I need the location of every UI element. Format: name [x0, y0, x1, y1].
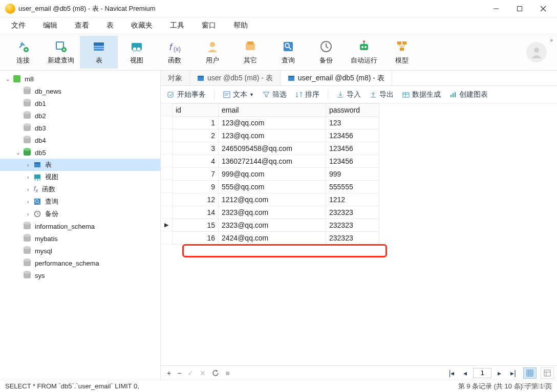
toolbar-table[interactable]: 表 [80, 36, 118, 69]
table-row[interactable]: 162424@qq.com232323 [173, 232, 379, 245]
table-row[interactable]: 32465095458@qq.com123456 [173, 142, 379, 155]
toolbar-model[interactable]: 模型 [383, 36, 421, 69]
cell-password[interactable]: 232323 [326, 219, 379, 232]
refresh-button[interactable] [209, 368, 222, 378]
cell-id[interactable]: 9 [173, 181, 219, 193]
page-number-input[interactable] [473, 368, 491, 378]
table-row[interactable]: 9555@qq.com555555 [173, 181, 379, 193]
cell-password[interactable]: 232323 [326, 206, 379, 219]
cell-id[interactable]: 1 [173, 117, 219, 129]
cell-email[interactable]: 2323@qq.com [219, 206, 326, 219]
cell-email[interactable]: 2424@qq.com [219, 232, 326, 245]
tree-item-db2[interactable]: db2 [0, 110, 160, 122]
cell-id[interactable]: 4 [173, 155, 219, 168]
cell-password[interactable]: 555555 [326, 181, 379, 193]
row-gutter[interactable] [161, 231, 172, 244]
table-row[interactable]: 142323@qq.com232323 [173, 206, 379, 219]
cell-email[interactable]: 1360272144@qq.com [219, 155, 326, 168]
cell-email[interactable]: 1212@qq.com [219, 193, 326, 206]
grid-view-button[interactable] [523, 367, 537, 379]
column-header-password[interactable]: password [326, 104, 379, 117]
table-row[interactable]: 41360272144@qq.com123456 [173, 155, 379, 168]
tab-2[interactable]: user_email @db5 (m8) - 表 [281, 71, 392, 85]
menu-2[interactable]: 查看 [68, 19, 96, 32]
cell-password[interactable]: 123456 [326, 129, 379, 142]
menu-6[interactable]: 窗口 [195, 19, 223, 32]
first-page-button[interactable]: |◂ [446, 368, 458, 378]
tree-item---[interactable]: ›fx函数 [0, 183, 160, 195]
cell-password[interactable]: 1212 [326, 193, 379, 206]
table-row[interactable]: 1123@qq.com123 [173, 117, 379, 129]
toolbar-other[interactable]: 其它 [231, 36, 269, 69]
tree-item--[interactable]: ›表 [0, 159, 160, 171]
tree-item-db3[interactable]: db3 [0, 122, 160, 134]
row-gutter[interactable]: ▶ [161, 219, 172, 231]
cell-email[interactable]: 123@qq.com [219, 129, 326, 142]
cell-email[interactable]: 555@qq.com [219, 181, 326, 193]
toolbar-view[interactable]: 视图 [118, 36, 156, 69]
disclosure-chevron-icon[interactable]: › [25, 199, 32, 205]
delete-row-button[interactable]: − [174, 368, 184, 378]
row-gutter[interactable] [161, 116, 172, 129]
cell-id[interactable]: 3 [173, 142, 219, 155]
table-row[interactable]: 152323@qq.com232323 [173, 219, 379, 232]
row-gutter[interactable] [161, 193, 172, 206]
datagen-button[interactable]: 数据生成 [399, 89, 444, 100]
tree-item-m8[interactable]: ⌄m8 [0, 73, 160, 85]
disclosure-chevron-icon[interactable]: › [25, 175, 32, 180]
column-header-id[interactable]: id [173, 104, 219, 117]
user-avatar[interactable] [526, 42, 547, 62]
close-button[interactable] [531, 0, 555, 17]
last-page-button[interactable]: ▸| [507, 368, 519, 378]
toolbar-new-query[interactable]: 新建查询 [42, 36, 80, 69]
row-gutter[interactable] [161, 155, 172, 167]
menu-5[interactable]: 工具 [163, 19, 191, 32]
maximize-button[interactable] [508, 0, 531, 17]
toolbar-plug[interactable]: 连接 [4, 36, 42, 69]
row-gutter[interactable] [161, 142, 172, 155]
toolbar-backup[interactable]: 备份 [307, 36, 345, 69]
sort-button[interactable]: 排序 [292, 89, 323, 100]
menu-4[interactable]: 收藏夹 [124, 19, 160, 32]
connection-tree[interactable]: ⌄m8db_newsdb1db2db3db4⌄db5›表›视图›fx函数›查询›… [0, 71, 161, 380]
import-button[interactable]: 导入 [333, 89, 364, 100]
cell-password[interactable]: 999 [326, 168, 379, 181]
filter-button[interactable]: 筛选 [259, 89, 290, 100]
stop-button[interactable]: ■ [222, 368, 232, 378]
next-page-button[interactable]: ▸ [495, 368, 504, 378]
begin-transaction-button[interactable]: 开始事务 [164, 89, 209, 100]
cell-email[interactable]: 2323@qq.com [219, 219, 326, 232]
tab-1[interactable]: user @db5 (m8) - 表 [190, 71, 281, 85]
cell-password[interactable]: 123456 [326, 142, 379, 155]
row-gutter[interactable] [161, 180, 172, 193]
menu-1[interactable]: 编辑 [36, 19, 65, 32]
cell-id[interactable]: 14 [173, 206, 219, 219]
cell-id[interactable]: 7 [173, 168, 219, 181]
cell-password[interactable]: 123 [326, 117, 379, 129]
row-gutter[interactable] [161, 129, 172, 142]
tree-item-db4[interactable]: db4 [0, 134, 160, 146]
table-row[interactable]: 2123@qq.com123456 [173, 129, 379, 142]
disclosure-chevron-icon[interactable]: ⌄ [4, 76, 11, 82]
tree-item-information-schema[interactable]: information_schema [0, 220, 160, 232]
commit-button[interactable]: ✓ [184, 368, 197, 378]
toolbar-query[interactable]: 查询 [269, 36, 307, 69]
toolbar-user[interactable]: 用户 [194, 36, 231, 69]
disclosure-chevron-icon[interactable]: › [25, 187, 32, 192]
cell-email[interactable]: 2465095458@qq.com [219, 142, 326, 155]
toolbar-fn[interactable]: f(x)函数 [156, 36, 194, 69]
cell-password[interactable]: 123456 [326, 155, 379, 168]
cell-email[interactable]: 123@qq.com [219, 117, 326, 129]
row-gutter[interactable] [161, 167, 172, 180]
export-button[interactable]: 导出 [366, 89, 397, 100]
cancel-edit-button[interactable]: ✕ [197, 368, 209, 378]
tree-item-mysql[interactable]: mysql [0, 245, 160, 257]
text-button[interactable]: 文本 ▼ [220, 89, 257, 100]
disclosure-chevron-icon[interactable]: ⌄ [14, 150, 22, 156]
menu-7[interactable]: 帮助 [226, 19, 255, 32]
prev-page-button[interactable]: ◂ [460, 368, 470, 378]
column-header-email[interactable]: email [219, 104, 326, 117]
disclosure-chevron-icon[interactable]: › [25, 162, 32, 168]
tree-item---[interactable]: ›视图 [0, 171, 160, 183]
menu-3[interactable]: 表 [99, 19, 121, 32]
